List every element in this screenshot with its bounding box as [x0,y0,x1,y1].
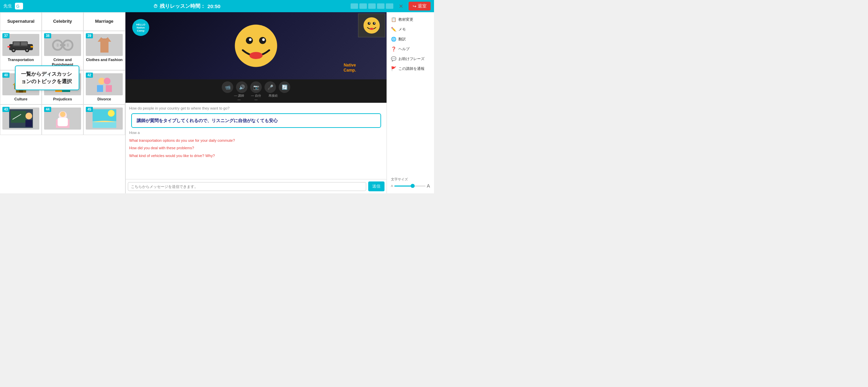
window-btn-4[interactable] [377,3,384,9]
svg-rect-3 [14,42,20,45]
topic-label-celebrity: Celebrity [53,19,72,24]
chat-msg-3: What transportation options do you use f… [129,138,383,143]
window-btn-1[interactable] [351,3,358,9]
typing-balloon-text: 講師が質問をタイプしてくれるので、リスニングに自信がなくても安心 [137,118,278,123]
memo-icon: ✏️ [391,27,396,32]
teacher-video: HELLONativeCamp NativeCamp. [125,12,387,79]
video-controls: 📹 🔊 📷 🎤 🔄 — 講師 — — 自分 — 再接続 [125,79,387,103]
svg-rect-10 [31,46,33,47]
header-center: ⏱ 残りレッスン時間： 20:50 [153,3,220,9]
font-size-section: 文字サイズ A A [387,175,434,191]
phrases-icon: 💬 [391,56,396,61]
exit-arrow-icon: ↪ [413,4,416,9]
sidebar-item-memo[interactable]: ✏️ メモ [387,25,434,34]
translate-icon[interactable]: G [15,3,23,9]
topic-card-45[interactable]: 45 [83,104,125,135]
typing-balloon: 講師が質問をタイプしてくれるので、リスニングに自信がなくても安心 [131,113,381,128]
svg-rect-14 [57,43,59,47]
chat-input[interactable] [128,182,366,191]
svg-point-47 [363,17,380,34]
tooltip-overlay: 一覧からディスカッションのトピックを選択 [15,65,79,90]
chat-msg-5: What kind of vehicles would you like to … [129,153,383,159]
window-btn-5[interactable] [386,3,393,9]
topic-panel[interactable]: Supernatural Celebrity Marriage 37 [0,12,125,193]
header-right: ✕ ↪ 退室 [351,2,431,11]
topic-card-crime[interactable]: 38 Crime and Punishment [42,31,83,70]
window-btn-2[interactable] [359,3,367,9]
topic-card-supernatural[interactable]: Supernatural [0,12,42,31]
sidebar-item-report[interactable]: 🚩 この講師を通報 [387,64,434,73]
topic-num-42: 42 [86,73,93,78]
svg-point-51 [374,23,375,24]
exit-button[interactable]: ↪ 退室 [409,2,431,11]
window-btn-3[interactable] [368,3,376,9]
svg-point-36 [60,112,65,117]
reconnect-ctrl-label: 再接続 [267,94,279,101]
chat-msg-4: How did you deal with these problems? [129,145,383,151]
self-mic-btn[interactable]: 🎤 [264,81,276,93]
teacher-label: 先生 [3,3,12,9]
sidebar-label-memo: メモ [398,27,406,32]
timer-label: 残りレッスン時間： [160,3,205,9]
control-buttons: 📹 🔊 📷 🎤 🔄 [222,81,290,93]
right-sidebar: 📋 教材変更 ✏️ メモ 🌐 翻訳 ❓ ヘルプ 💬 お助けフレーズ 🚩 この講師… [387,12,434,193]
svg-point-31 [25,113,32,119]
svg-point-46 [250,52,263,59]
svg-point-26 [104,78,111,84]
topic-label-divorce: Divorce [97,97,111,101]
topic-card-transportation[interactable]: 37 Transportation [0,31,42,70]
topic-card-celebrity[interactable]: Celebrity [42,12,83,31]
self-ctrl-label: — 自分 — [250,94,262,101]
svg-point-41 [235,25,277,67]
sidebar-item-translate[interactable]: 🌐 翻訳 [387,35,434,44]
svg-rect-30 [11,111,26,123]
teacher-ctrl-label: — 講師 — [233,94,245,101]
chat-messages: How do people in your country get to whe… [126,103,387,179]
report-icon: 🚩 [391,66,396,71]
exit-label: 退室 [418,3,427,9]
header-left: 先生 G [3,3,23,9]
self-camera-btn[interactable]: 📷 [250,81,262,93]
svg-point-52 [370,28,374,30]
topic-card-clothes[interactable]: 39 Clothes and Fashion [83,31,125,70]
send-button[interactable]: 送信 [368,181,384,191]
student-video-thumbnail [358,14,385,37]
topic-num-39: 39 [86,33,93,38]
teacher-audio-btn[interactable]: 🔊 [236,81,248,93]
window-controls [351,3,393,9]
translate-icon: 🌐 [391,37,396,42]
sidebar-label-report: この講師を通報 [398,66,425,71]
sidebar-item-phrases[interactable]: 💬 お助けフレーズ [387,54,434,63]
font-size-slider[interactable] [394,186,426,187]
sidebar-label-help: ヘルプ [398,46,410,52]
topic-card-43[interactable]: 43 [0,104,42,135]
svg-rect-9 [7,46,10,47]
materials-icon: 📋 [391,17,396,22]
svg-point-45 [262,38,265,41]
topic-num-40: 40 [2,73,9,78]
sidebar-item-help[interactable]: ❓ ヘルプ [387,44,434,54]
reconnect-btn[interactable]: 🔄 [279,81,290,93]
teacher-camera-btn[interactable]: 📹 [222,81,233,93]
sidebar-item-materials[interactable]: 📋 教材変更 [387,15,434,24]
topic-card-divorce[interactable]: 42 Divorce [83,70,125,104]
student-smiley [363,17,380,34]
sidebar-label-translate: 翻訳 [398,37,406,42]
header: 先生 G ⏱ 残りレッスン時間： 20:50 ✕ ↪ 退室 [0,0,434,12]
sidebar-label-phrases: お助けフレーズ [398,56,425,61]
svg-text:G: G [16,4,19,8]
topic-num-43: 43 [2,107,9,112]
topic-label-supernatural: Supernatural [7,19,34,24]
topic-label-culture: Culture [14,97,27,101]
sidebar-label-materials: 教材変更 [398,17,413,22]
tooltip-text: 一覧からディスカッションのトピックを選択 [21,71,72,84]
topic-label-prejudices: Prejudices [53,97,72,101]
topic-card-marriage[interactable]: Marriage [83,12,125,31]
clock-icon: ⏱ [153,4,158,9]
close-button[interactable]: ✕ [396,3,406,9]
topic-card-44[interactable]: 44 [42,104,83,135]
slider-thumb [411,184,415,188]
teacher-smiley [234,24,278,68]
topic-card-prejudices[interactable]: 41 Prejudices 一覧からディスカッションのトピックを選択 [42,70,83,104]
topic-label-marriage: Marriage [95,19,113,24]
